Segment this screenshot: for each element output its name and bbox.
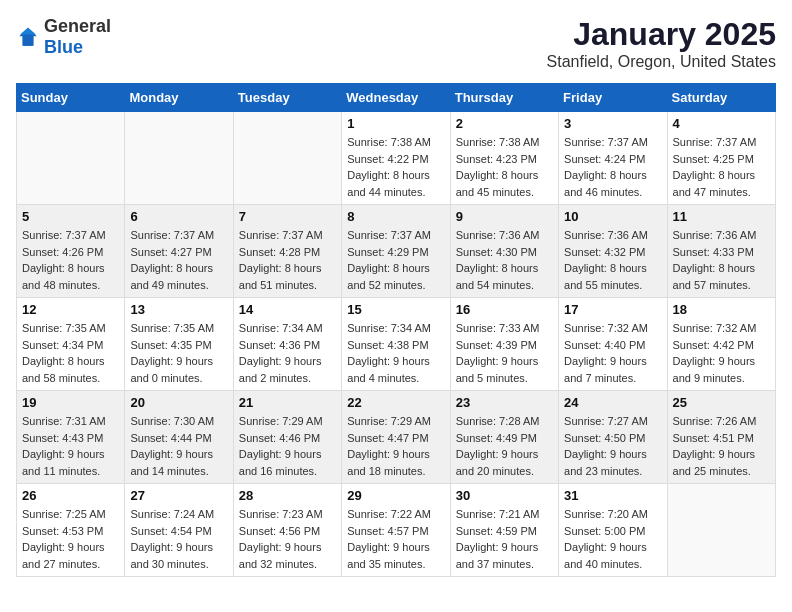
calendar-cell: 3Sunrise: 7:37 AMSunset: 4:24 PMDaylight… <box>559 112 667 205</box>
weekday-header-thursday: Thursday <box>450 84 558 112</box>
calendar-cell: 5Sunrise: 7:37 AMSunset: 4:26 PMDaylight… <box>17 205 125 298</box>
day-info: Sunrise: 7:36 AMSunset: 4:33 PMDaylight:… <box>673 227 770 293</box>
day-number: 6 <box>130 209 227 224</box>
calendar-cell: 2Sunrise: 7:38 AMSunset: 4:23 PMDaylight… <box>450 112 558 205</box>
day-info: Sunrise: 7:24 AMSunset: 4:54 PMDaylight:… <box>130 506 227 572</box>
calendar-cell: 31Sunrise: 7:20 AMSunset: 5:00 PMDayligh… <box>559 484 667 577</box>
calendar-week-row: 26Sunrise: 7:25 AMSunset: 4:53 PMDayligh… <box>17 484 776 577</box>
day-number: 20 <box>130 395 227 410</box>
calendar-cell: 17Sunrise: 7:32 AMSunset: 4:40 PMDayligh… <box>559 298 667 391</box>
weekday-header-friday: Friday <box>559 84 667 112</box>
calendar-cell: 4Sunrise: 7:37 AMSunset: 4:25 PMDaylight… <box>667 112 775 205</box>
calendar-cell: 19Sunrise: 7:31 AMSunset: 4:43 PMDayligh… <box>17 391 125 484</box>
day-number: 10 <box>564 209 661 224</box>
calendar-cell: 13Sunrise: 7:35 AMSunset: 4:35 PMDayligh… <box>125 298 233 391</box>
day-info: Sunrise: 7:37 AMSunset: 4:26 PMDaylight:… <box>22 227 119 293</box>
location-title: Stanfield, Oregon, United States <box>547 53 776 71</box>
weekday-header-monday: Monday <box>125 84 233 112</box>
day-number: 17 <box>564 302 661 317</box>
calendar-cell: 16Sunrise: 7:33 AMSunset: 4:39 PMDayligh… <box>450 298 558 391</box>
weekday-header-sunday: Sunday <box>17 84 125 112</box>
day-number: 23 <box>456 395 553 410</box>
calendar-cell: 20Sunrise: 7:30 AMSunset: 4:44 PMDayligh… <box>125 391 233 484</box>
day-info: Sunrise: 7:37 AMSunset: 4:24 PMDaylight:… <box>564 134 661 200</box>
calendar-cell: 7Sunrise: 7:37 AMSunset: 4:28 PMDaylight… <box>233 205 341 298</box>
calendar-cell: 27Sunrise: 7:24 AMSunset: 4:54 PMDayligh… <box>125 484 233 577</box>
calendar-cell <box>667 484 775 577</box>
calendar-cell: 29Sunrise: 7:22 AMSunset: 4:57 PMDayligh… <box>342 484 450 577</box>
calendar-cell: 15Sunrise: 7:34 AMSunset: 4:38 PMDayligh… <box>342 298 450 391</box>
day-info: Sunrise: 7:38 AMSunset: 4:22 PMDaylight:… <box>347 134 444 200</box>
day-number: 9 <box>456 209 553 224</box>
weekday-header-row: SundayMondayTuesdayWednesdayThursdayFrid… <box>17 84 776 112</box>
day-info: Sunrise: 7:32 AMSunset: 4:42 PMDaylight:… <box>673 320 770 386</box>
day-info: Sunrise: 7:23 AMSunset: 4:56 PMDaylight:… <box>239 506 336 572</box>
day-number: 2 <box>456 116 553 131</box>
calendar-cell: 10Sunrise: 7:36 AMSunset: 4:32 PMDayligh… <box>559 205 667 298</box>
calendar-cell: 28Sunrise: 7:23 AMSunset: 4:56 PMDayligh… <box>233 484 341 577</box>
day-info: Sunrise: 7:37 AMSunset: 4:29 PMDaylight:… <box>347 227 444 293</box>
day-info: Sunrise: 7:22 AMSunset: 4:57 PMDaylight:… <box>347 506 444 572</box>
day-info: Sunrise: 7:21 AMSunset: 4:59 PMDaylight:… <box>456 506 553 572</box>
day-info: Sunrise: 7:38 AMSunset: 4:23 PMDaylight:… <box>456 134 553 200</box>
title-block: January 2025 Stanfield, Oregon, United S… <box>547 16 776 71</box>
day-number: 5 <box>22 209 119 224</box>
calendar-cell: 11Sunrise: 7:36 AMSunset: 4:33 PMDayligh… <box>667 205 775 298</box>
calendar-cell: 9Sunrise: 7:36 AMSunset: 4:30 PMDaylight… <box>450 205 558 298</box>
day-info: Sunrise: 7:27 AMSunset: 4:50 PMDaylight:… <box>564 413 661 479</box>
day-info: Sunrise: 7:32 AMSunset: 4:40 PMDaylight:… <box>564 320 661 386</box>
calendar-cell <box>233 112 341 205</box>
day-info: Sunrise: 7:31 AMSunset: 4:43 PMDaylight:… <box>22 413 119 479</box>
calendar-cell: 22Sunrise: 7:29 AMSunset: 4:47 PMDayligh… <box>342 391 450 484</box>
day-number: 12 <box>22 302 119 317</box>
calendar-cell <box>17 112 125 205</box>
day-number: 1 <box>347 116 444 131</box>
day-number: 18 <box>673 302 770 317</box>
calendar-cell: 1Sunrise: 7:38 AMSunset: 4:22 PMDaylight… <box>342 112 450 205</box>
calendar-week-row: 5Sunrise: 7:37 AMSunset: 4:26 PMDaylight… <box>17 205 776 298</box>
day-info: Sunrise: 7:29 AMSunset: 4:46 PMDaylight:… <box>239 413 336 479</box>
day-info: Sunrise: 7:30 AMSunset: 4:44 PMDaylight:… <box>130 413 227 479</box>
calendar-cell: 6Sunrise: 7:37 AMSunset: 4:27 PMDaylight… <box>125 205 233 298</box>
day-number: 4 <box>673 116 770 131</box>
day-number: 30 <box>456 488 553 503</box>
day-info: Sunrise: 7:37 AMSunset: 4:25 PMDaylight:… <box>673 134 770 200</box>
weekday-header-wednesday: Wednesday <box>342 84 450 112</box>
day-number: 15 <box>347 302 444 317</box>
day-info: Sunrise: 7:37 AMSunset: 4:27 PMDaylight:… <box>130 227 227 293</box>
calendar-cell: 30Sunrise: 7:21 AMSunset: 4:59 PMDayligh… <box>450 484 558 577</box>
day-info: Sunrise: 7:36 AMSunset: 4:32 PMDaylight:… <box>564 227 661 293</box>
weekday-header-tuesday: Tuesday <box>233 84 341 112</box>
calendar-table: SundayMondayTuesdayWednesdayThursdayFrid… <box>16 83 776 577</box>
day-info: Sunrise: 7:36 AMSunset: 4:30 PMDaylight:… <box>456 227 553 293</box>
day-number: 21 <box>239 395 336 410</box>
day-info: Sunrise: 7:37 AMSunset: 4:28 PMDaylight:… <box>239 227 336 293</box>
day-info: Sunrise: 7:34 AMSunset: 4:36 PMDaylight:… <box>239 320 336 386</box>
day-info: Sunrise: 7:35 AMSunset: 4:35 PMDaylight:… <box>130 320 227 386</box>
svg-rect-2 <box>23 37 33 46</box>
calendar-cell: 14Sunrise: 7:34 AMSunset: 4:36 PMDayligh… <box>233 298 341 391</box>
calendar-week-row: 19Sunrise: 7:31 AMSunset: 4:43 PMDayligh… <box>17 391 776 484</box>
day-number: 26 <box>22 488 119 503</box>
logo-icon <box>16 25 40 49</box>
day-number: 19 <box>22 395 119 410</box>
day-number: 24 <box>564 395 661 410</box>
day-info: Sunrise: 7:33 AMSunset: 4:39 PMDaylight:… <box>456 320 553 386</box>
day-info: Sunrise: 7:35 AMSunset: 4:34 PMDaylight:… <box>22 320 119 386</box>
day-number: 25 <box>673 395 770 410</box>
calendar-cell: 18Sunrise: 7:32 AMSunset: 4:42 PMDayligh… <box>667 298 775 391</box>
day-number: 29 <box>347 488 444 503</box>
page-header: General Blue January 2025 Stanfield, Ore… <box>16 16 776 71</box>
calendar-cell: 12Sunrise: 7:35 AMSunset: 4:34 PMDayligh… <box>17 298 125 391</box>
calendar-cell: 8Sunrise: 7:37 AMSunset: 4:29 PMDaylight… <box>342 205 450 298</box>
calendar-cell: 25Sunrise: 7:26 AMSunset: 4:51 PMDayligh… <box>667 391 775 484</box>
day-number: 14 <box>239 302 336 317</box>
day-number: 28 <box>239 488 336 503</box>
day-number: 13 <box>130 302 227 317</box>
day-number: 27 <box>130 488 227 503</box>
day-info: Sunrise: 7:28 AMSunset: 4:49 PMDaylight:… <box>456 413 553 479</box>
day-number: 8 <box>347 209 444 224</box>
logo: General Blue <box>16 16 111 58</box>
day-info: Sunrise: 7:25 AMSunset: 4:53 PMDaylight:… <box>22 506 119 572</box>
day-info: Sunrise: 7:26 AMSunset: 4:51 PMDaylight:… <box>673 413 770 479</box>
